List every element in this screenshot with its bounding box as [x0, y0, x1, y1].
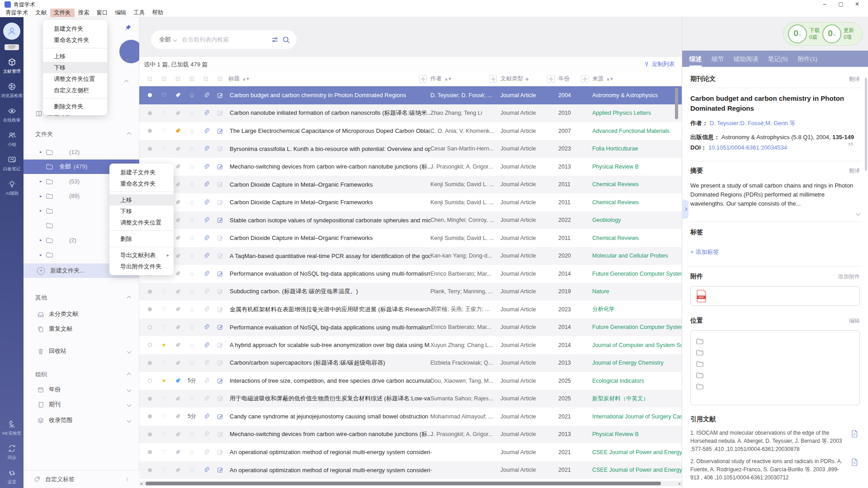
- minimize-button[interactable]: –: [816, 0, 833, 9]
- reference-item[interactable]: 1. ISOCAM and molecular observations of …: [690, 429, 860, 453]
- menu-item[interactable]: [109, 247, 174, 247]
- rail-item-ne-lab[interactable]: NE实验室: [0, 420, 24, 436]
- row-title[interactable]: An operational optimization method of re…: [227, 467, 430, 474]
- tag-icon[interactable]: [175, 378, 181, 384]
- star-rating-icon[interactable]: ☆: [189, 252, 195, 259]
- row-source-link[interactable]: CSEE Journal of Power and Energy S...: [592, 449, 682, 455]
- table-row[interactable]: ♡ ☆ A TaqMan-based quantitative real-tim…: [139, 247, 682, 265]
- row-title[interactable]: Byrsonima crassifolia L. Kunth a bio-res…: [227, 145, 430, 152]
- favorite-heart-icon[interactable]: ♡: [161, 449, 167, 455]
- menu-item[interactable]: 导出文献列表▸: [109, 249, 174, 261]
- tag-icon[interactable]: [175, 324, 181, 330]
- note-edit-icon[interactable]: [217, 467, 223, 473]
- row-source-link[interactable]: International Journal of Surgery Case...: [592, 413, 682, 420]
- folders-section-header[interactable]: 文件夹: [35, 130, 53, 138]
- row-title[interactable]: Carbon Dioxide Capture in Metal–Organic …: [227, 235, 430, 241]
- menu-item[interactable]: 下移: [109, 206, 174, 217]
- author-links[interactable]: D. Teyssier;D. Fossé;M. Gerin 等: [710, 120, 796, 127]
- star-rating-icon[interactable]: ☆: [189, 181, 195, 188]
- row-title[interactable]: Carbon Dioxide Capture in Metal–Organic …: [227, 199, 430, 206]
- table-horizontal-scrollbar[interactable]: ◂ ▸: [139, 481, 682, 486]
- detail-scrollbar[interactable]: [865, 78, 867, 171]
- table-row[interactable]: ♡ ☆ Mechano-switching devices from carbo…: [139, 426, 682, 444]
- attachment-paperclip-icon[interactable]: [203, 235, 209, 241]
- expand-arrow-icon[interactable]: ▸: [40, 208, 46, 213]
- row-title[interactable]: A TaqMan-based quantitative real-time PC…: [227, 253, 430, 259]
- star-rating-icon[interactable]: ☆: [189, 449, 195, 456]
- table-row[interactable]: ♡ ☆ The Large Electrochemical Capacitanc…: [139, 122, 682, 140]
- row-title[interactable]: Performance evaluation of NoSQL big-data…: [227, 270, 430, 277]
- location-folder-item[interactable]: [696, 347, 859, 358]
- menu-item[interactable]: 删除文件夹: [43, 101, 107, 112]
- tag-icon[interactable]: [175, 182, 181, 188]
- rail-item-browser-search[interactable]: 浏览器检索: [0, 82, 24, 99]
- note-edit-icon[interactable]: [217, 110, 223, 116]
- menu-item[interactable]: 调整文件夹位置: [43, 73, 107, 84]
- star-rating-icon[interactable]: ☆: [189, 466, 195, 474]
- attachment-paperclip-icon[interactable]: [203, 449, 209, 455]
- attachment-paperclip-icon[interactable]: [203, 395, 209, 402]
- tag-icon[interactable]: [175, 342, 181, 348]
- tag-icon[interactable]: [175, 413, 181, 419]
- row-title[interactable]: Carbon budget and carbon chemistry in Ph…: [227, 92, 430, 99]
- row-title[interactable]: Mechano-switching devices from carbon wi…: [227, 430, 430, 438]
- add-tag-button[interactable]: + 添加标签: [690, 248, 860, 256]
- tag-icon[interactable]: [175, 449, 181, 455]
- note-edit-icon[interactable]: [217, 128, 223, 134]
- star-rating-icon[interactable]: ☆: [189, 163, 195, 170]
- search-scope-dropdown[interactable]: 全部: [159, 36, 176, 44]
- attachment-paperclip-icon[interactable]: [203, 110, 209, 116]
- customize-columns-button[interactable]: 定制列表: [644, 61, 675, 68]
- star-rating-icon[interactable]: ☆: [189, 127, 195, 135]
- favorite-heart-icon[interactable]: ♡: [161, 127, 167, 134]
- favorite-heart-icon[interactable]: ♥: [162, 342, 166, 348]
- row-source-link[interactable]: Journal of Energy Chemistry: [592, 360, 682, 366]
- row-title[interactable]: A hybrid approach for scalable sub-tree …: [227, 342, 430, 348]
- column-grip-icon[interactable]: [199, 76, 213, 81]
- row-title[interactable]: An operational optimization method of re…: [227, 449, 430, 455]
- star-rating-icon[interactable]: ☆: [189, 145, 195, 152]
- read-status-dot[interactable]: [148, 379, 152, 383]
- tag-icon[interactable]: [175, 92, 181, 98]
- note-edit-icon[interactable]: [217, 253, 223, 259]
- rail-item-groups[interactable]: 小组: [0, 131, 24, 148]
- location-folder-item[interactable]: [696, 369, 859, 380]
- rail-item-sync[interactable]: 同步: [0, 444, 24, 461]
- search-icon[interactable]: [282, 36, 290, 44]
- expand-chevron-icon[interactable]: [127, 387, 132, 392]
- table-row[interactable]: ♡ ☆ Performance evaluation of NoSQL big-…: [139, 319, 682, 337]
- sidebar-item-unclassified[interactable]: 未分类文献: [37, 310, 78, 318]
- table-row[interactable]: ♡ ☆ Stable carbon isotope values of synd…: [139, 211, 682, 230]
- edit-location-button[interactable]: 编辑: [849, 317, 860, 325]
- tag-icon[interactable]: [175, 199, 181, 205]
- rail-item-whiteboard[interactable]: 白板笔记: [0, 155, 24, 172]
- row-source-link[interactable]: Future Generation Computer Systems: [592, 271, 682, 277]
- tag-icon[interactable]: [175, 164, 181, 169]
- row-source-link[interactable]: Advanced Functional Materials: [592, 128, 682, 134]
- menu-bar-item[interactable]: 工具: [130, 9, 149, 17]
- note-edit-icon[interactable]: [217, 378, 223, 384]
- rail-item-settings[interactable]: 设置: [0, 469, 24, 485]
- favorite-heart-icon[interactable]: ♡: [161, 110, 167, 117]
- row-title[interactable]: Subducting carbon. (标题译名:碳的亚临界温度。): [227, 287, 430, 296]
- detail-tab[interactable]: 笔记(5): [768, 55, 788, 67]
- row-source-link[interactable]: 新型炭材料（中英文）: [592, 395, 682, 403]
- favorite-heart-icon[interactable]: ♡: [161, 395, 167, 402]
- note-edit-icon[interactable]: [217, 449, 223, 455]
- raise-panel-icon[interactable]: ↑: [126, 476, 129, 483]
- attachment-paperclip-icon[interactable]: [203, 164, 209, 170]
- location-folder-item[interactable]: [696, 380, 859, 392]
- row-source-link[interactable]: Chemical Reviews: [592, 199, 682, 206]
- section-collapse-icon[interactable]: [127, 296, 132, 300]
- search-input[interactable]: [182, 36, 271, 43]
- reference-item[interactable]: 2. Observational study of reactive ions …: [690, 457, 860, 482]
- table-row[interactable]: ♡ ☆ An operational optimization method o…: [139, 461, 682, 479]
- menu-item[interactable]: 新建文件夹: [43, 23, 107, 34]
- column-grip-icon[interactable]: [157, 76, 171, 81]
- note-edit-icon[interactable]: [217, 324, 223, 330]
- note-edit-icon[interactable]: [217, 145, 223, 152]
- sort-icon[interactable]: ▲▼: [242, 76, 249, 81]
- read-status-dot[interactable]: [148, 343, 152, 347]
- star-rating-icon[interactable]: ☆: [189, 92, 195, 99]
- sidebar-item-duplicates[interactable]: 重复文献: [37, 325, 72, 333]
